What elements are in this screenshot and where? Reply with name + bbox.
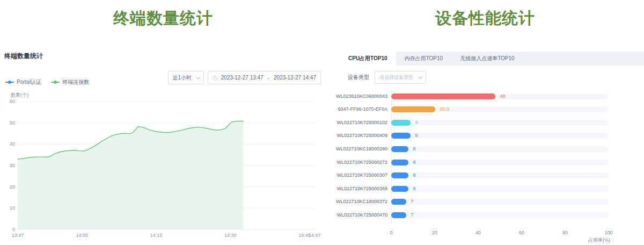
bar	[391, 212, 406, 218]
terminal-count-line-chart: 010203040506013:4714:0014:1514:3014:4514…	[0, 91, 326, 244]
bar-value-label: 7	[411, 212, 413, 218]
bar-category-label: 6047-FF96-1070-EF0A	[326, 106, 387, 112]
x-axis-tick: 40	[470, 230, 486, 235]
bar-track	[391, 186, 609, 192]
bar-category-label: WL022710K725000102	[326, 120, 387, 126]
chart-legend: Portal认证终端连接数	[5, 78, 89, 86]
chevron-down-icon	[196, 75, 200, 79]
date-end-value: 2023-12-27 14:47	[274, 75, 316, 81]
bar	[391, 120, 411, 126]
svg-text:14:30: 14:30	[224, 233, 237, 238]
bar-category-label: WL022710KC18000280	[326, 146, 387, 152]
legend-label: 终端连接数	[62, 78, 89, 86]
svg-text:13:47: 13:47	[12, 233, 24, 238]
bar-track	[391, 199, 609, 205]
bar	[391, 160, 408, 165]
svg-text:60: 60	[10, 99, 15, 104]
svg-text:50: 50	[10, 120, 15, 126]
bar-track	[391, 133, 609, 139]
bar-value-label: 8	[413, 146, 415, 152]
clock-icon: ◷	[213, 75, 218, 81]
bar	[391, 186, 408, 192]
x-axis-tick: 0	[383, 230, 399, 235]
svg-text:14:00: 14:00	[76, 233, 89, 238]
bar	[391, 133, 411, 139]
bar-track	[391, 146, 609, 152]
bar-value-label: 8	[413, 160, 415, 165]
bar-track	[391, 160, 609, 165]
date-start-value: 2023-12-27 13:47	[221, 75, 264, 81]
time-range-value: 近1小时	[173, 74, 192, 82]
bar-track	[391, 172, 609, 178]
bar-category-label: WL022710KC18000372	[326, 199, 387, 205]
bar-value-label: 48	[500, 93, 505, 99]
bar	[391, 106, 435, 112]
bar-category-label: WL022710K725000470	[326, 212, 387, 218]
bar-track	[391, 120, 609, 126]
svg-text:10: 10	[10, 205, 15, 211]
svg-text:14:47: 14:47	[309, 233, 321, 238]
terminal-count-panel: 终端数量统计 终端数量统计 近1小时 ◷ 2023-12-27 13:47 - …	[0, 0, 326, 245]
terminal-count-card-title: 终端数量统计	[4, 52, 43, 61]
bar-category-label: WL023610KC06000043	[326, 93, 387, 99]
x-axis-tick: 20	[427, 230, 443, 235]
legend-label: Portal认证	[17, 78, 41, 86]
device-performance-panel: 设备性能统计 CPU占用TOP10内存占用TOP10无线接入点速率TOP10 设…	[326, 0, 644, 245]
bar-value-label: 9	[415, 133, 418, 139]
legend-item-1[interactable]: 终端连接数	[51, 78, 89, 86]
bar	[391, 172, 408, 178]
bar-category-label: WL022710K725000369	[326, 186, 387, 192]
left-page-title: 终端数量统计	[0, 8, 326, 30]
bar-value-label: 8	[413, 172, 415, 178]
bar-category-label: WL022710K725000272	[326, 160, 387, 165]
legend-marker-icon	[51, 82, 60, 83]
svg-text:0: 0	[12, 227, 15, 232]
bar-value-label: 20.3	[440, 106, 449, 112]
cpu-top10-bar-chart: 占用率(%) WL023610KC06000043486047-FF96-107…	[326, 0, 644, 245]
bar-chart-x-axis-label: 占用率(%)	[588, 237, 610, 244]
x-axis-tick: 100	[601, 230, 617, 235]
x-axis-tick: 60	[514, 230, 530, 235]
bar	[391, 93, 495, 99]
bar-value-label: 9	[415, 120, 418, 126]
legend-item-0[interactable]: Portal认证	[5, 78, 41, 86]
date-separator: -	[267, 75, 270, 81]
svg-text:30: 30	[10, 163, 15, 168]
time-controls: 近1小时 ◷ 2023-12-27 13:47 - 2023-12-27 14:…	[168, 71, 321, 84]
bar-category-label: WL022710K725000409	[326, 133, 387, 139]
legend-marker-icon	[5, 82, 14, 83]
svg-text:14:15: 14:15	[150, 233, 163, 238]
bar	[391, 146, 408, 152]
bar-value-label: 8	[413, 186, 415, 192]
bar-value-label: 7	[411, 199, 413, 205]
bar-category-label: WL022710K725000307	[326, 172, 387, 178]
bar-track	[391, 212, 609, 218]
svg-text:40: 40	[10, 141, 15, 147]
bar	[391, 199, 406, 205]
date-range-input[interactable]: ◷ 2023-12-27 13:47 - 2023-12-27 14:47	[208, 71, 321, 84]
svg-text:20: 20	[10, 184, 15, 190]
time-range-select[interactable]: 近1小时	[168, 71, 204, 84]
x-axis-tick: 80	[557, 230, 573, 235]
